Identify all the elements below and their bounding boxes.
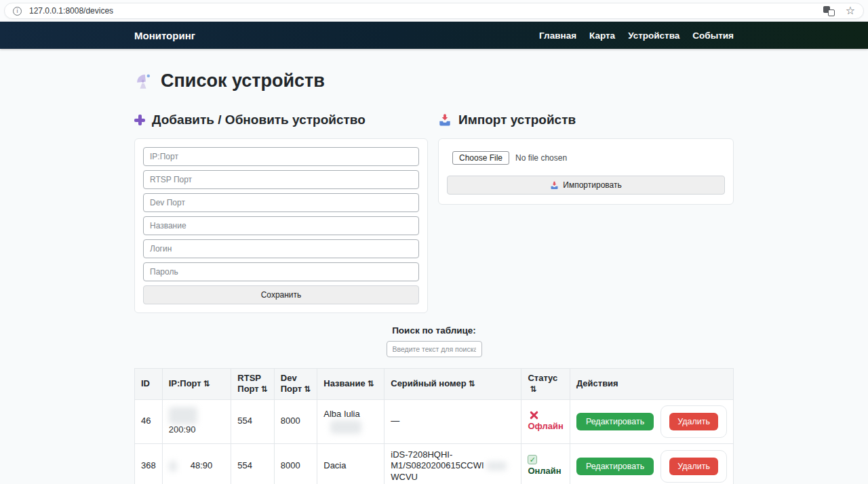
dev-port-input[interactable] [143, 193, 419, 212]
add-section-title: Добавить / Обновить устройство [152, 113, 366, 127]
sort-icon: ⇅ [368, 379, 374, 388]
redaction-blur [330, 420, 361, 434]
no-file-chosen-text: No file chosen [515, 153, 567, 163]
page-info-icon[interactable]: i [13, 7, 22, 16]
login-input[interactable] [143, 239, 419, 258]
col-header-id: ID [135, 369, 163, 400]
device-name-input[interactable] [143, 216, 419, 235]
sort-icon: ⇅ [261, 384, 268, 394]
cell-dev: 8000 [274, 399, 317, 443]
col-header-dev[interactable]: Dev Порт⇅ [274, 369, 317, 400]
bookmark-star-icon[interactable]: ☆ [846, 5, 855, 16]
inbox-tray-small-icon [550, 181, 559, 190]
app-navbar: Мониторинг Главная Карта Устройства Собы… [0, 22, 868, 49]
table-search-label: Поиск по таблице: [134, 325, 734, 336]
inbox-tray-icon [438, 113, 452, 127]
sort-icon: ⇅ [530, 384, 536, 394]
devices-table: ID IP:Порт⇅ RTSP Порт⇅ Dev Порт⇅ Названи… [134, 368, 734, 484]
delete-button[interactable]: Удалить [669, 458, 718, 475]
cell-name: Alba Iulia [317, 399, 384, 443]
satellite-dish-icon [134, 73, 152, 90]
table-search-input[interactable] [387, 341, 482, 357]
redaction-blur [486, 462, 507, 470]
table-row: 46 200:90 554 8000 Alba Iulia — Офлайн Р… [135, 399, 734, 443]
cell-id: 368 [135, 443, 163, 484]
cell-id: 46 [135, 399, 163, 443]
col-header-ip[interactable]: IP:Порт⇅ [162, 369, 231, 400]
cell-ip: 48:90 [162, 443, 231, 484]
save-button[interactable]: Сохранить [143, 285, 419, 304]
cell-name: Dacia [317, 443, 384, 484]
nav-link-devices[interactable]: Устройства [628, 31, 679, 41]
edit-button[interactable]: Редактировать [576, 458, 654, 475]
password-input[interactable] [143, 262, 419, 281]
col-header-rtsp[interactable]: RTSP Порт⇅ [231, 369, 274, 400]
cell-actions: Редактировать Удалить [570, 443, 733, 484]
cell-rtsp: 554 [231, 399, 274, 443]
page-title-row: Список устройств [134, 70, 734, 92]
import-button[interactable]: Импортировать [447, 176, 725, 195]
url-text[interactable]: 127.0.0.1:8008/devices [29, 6, 113, 16]
nav-link-events[interactable]: События [692, 31, 734, 41]
col-header-name[interactable]: Название⇅ [317, 369, 384, 400]
cell-ip: 200:90 [162, 399, 231, 443]
online-check-icon: ✓ [528, 455, 537, 464]
browser-toolbar: i 127.0.0.1:8008/devices ☆ [0, 0, 868, 22]
import-section-title: Импорт устройств [458, 113, 576, 127]
edit-button[interactable]: Редактировать [576, 413, 654, 430]
rtsp-port-input[interactable] [143, 170, 419, 189]
redaction-blur [169, 461, 177, 472]
delete-button-wrap: Удалить [660, 405, 727, 438]
nav-link-home[interactable]: Главная [539, 31, 576, 41]
col-header-actions: Действия [570, 369, 733, 400]
cell-serial: iDS-7208HQHI- M1/S0820200615CCWIWCVU [384, 443, 521, 484]
nav-link-map[interactable]: Карта [589, 31, 615, 41]
delete-button-wrap: Удалить [660, 450, 727, 483]
delete-button[interactable]: Удалить [669, 413, 718, 430]
status-label: Онлайн [528, 466, 561, 477]
page-title: Список устройств [161, 70, 325, 92]
cell-serial: — [384, 399, 521, 443]
translate-icon[interactable] [823, 6, 835, 16]
choose-file-button[interactable]: Choose File [452, 151, 509, 165]
table-row: 368 48:90 554 8000 Dacia iDS-7208HQHI- M… [135, 443, 734, 484]
sort-icon: ⇅ [203, 379, 210, 388]
add-section-heading: Добавить / Обновить устройство [134, 112, 428, 128]
sort-icon: ⇅ [469, 379, 475, 388]
cell-status: Офлайн [521, 399, 570, 443]
sort-icon: ⇅ [304, 384, 311, 394]
import-section-heading: Импорт устройств [438, 112, 734, 128]
cell-status: ✓ Онлайн [521, 443, 570, 484]
import-form: Choose File No file chosen Импортировать [438, 138, 734, 205]
nav-links: Главная Карта Устройства События [539, 31, 734, 41]
address-bar[interactable]: i 127.0.0.1:8008/devices ☆ [4, 3, 864, 19]
cell-dev: 8000 [274, 443, 317, 484]
plus-icon [134, 115, 145, 125]
cell-rtsp: 554 [231, 443, 274, 484]
col-header-serial[interactable]: Серийный номер⇅ [384, 369, 521, 400]
col-header-status[interactable]: Статус ⇅ [521, 369, 570, 400]
brand-link[interactable]: Мониторинг [134, 30, 195, 41]
table-header-row: ID IP:Порт⇅ RTSP Порт⇅ Dev Порт⇅ Названи… [135, 369, 734, 400]
ip-port-input[interactable] [143, 147, 419, 166]
add-device-form: Сохранить [134, 138, 428, 313]
cell-actions: Редактировать Удалить [570, 399, 733, 443]
offline-x-icon [529, 410, 538, 420]
redaction-blur [169, 407, 197, 424]
status-label: Офлайн [528, 421, 564, 432]
